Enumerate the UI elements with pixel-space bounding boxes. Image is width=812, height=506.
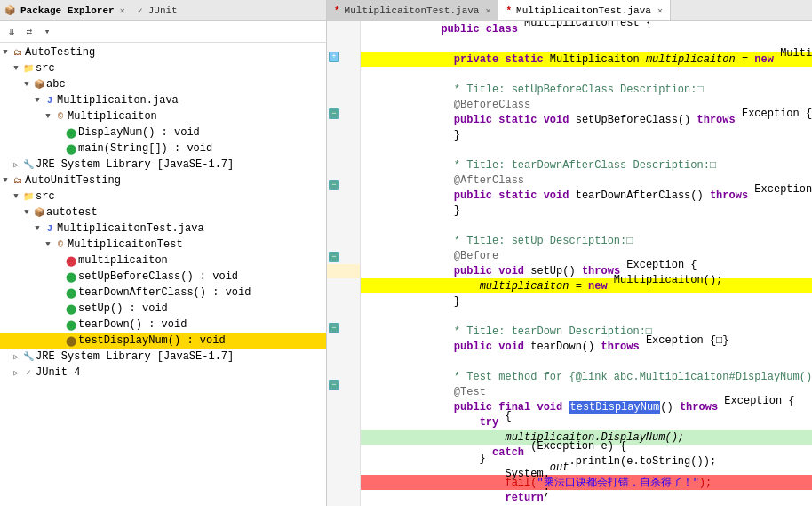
- tree-label: Multiplicaiton: [68, 110, 157, 123]
- comment: * Test method for {@link abc.Multiplicai…: [454, 371, 812, 383]
- collapse-btn[interactable]: −: [329, 180, 339, 190]
- expand-icon[interactable]: ▼: [11, 64, 21, 73]
- tree-item[interactable]: ▼ 📁 src: [0, 60, 326, 76]
- tree-label: testDisplayNum() : void: [78, 334, 226, 347]
- keyword: private: [454, 53, 498, 66]
- gutter-line: [327, 278, 360, 293]
- tree-item[interactable]: ⬤ tearDownAfterClass() : void: [0, 285, 326, 301]
- tab-close-1[interactable]: ✕: [485, 5, 490, 16]
- annotation: @Before: [454, 250, 498, 262]
- tree-item[interactable]: ▼ © MultiplicaitonTest: [0, 237, 326, 253]
- expand-btn[interactable]: +: [329, 52, 339, 62]
- tree-label: JRE System Library [JavaSE-1.7]: [36, 158, 234, 171]
- expand-icon: [53, 336, 64, 345]
- tree-item[interactable]: ⬤ setUp() : void: [0, 301, 326, 317]
- link-editor-btn[interactable]: ⇄: [21, 24, 37, 40]
- jre-icon: 🔧: [21, 157, 36, 172]
- keyword: static: [505, 53, 543, 66]
- gutter-line: [327, 78, 360, 92]
- panel-close-icon[interactable]: ✕: [120, 5, 125, 16]
- method-icon: ⬤: [64, 285, 78, 300]
- keyword: new: [588, 280, 608, 293]
- expand-icon[interactable]: ▼: [0, 48, 11, 57]
- expand-icon[interactable]: ▼: [32, 96, 43, 105]
- tree-item[interactable]: ⬤ setUpBeforeClass() : void: [0, 269, 326, 285]
- method-icon: ⬤: [64, 301, 78, 316]
- keyword: throws: [680, 401, 718, 414]
- gutter-line: [327, 349, 360, 364]
- jre-icon: 🔧: [21, 349, 36, 364]
- collapse-btn[interactable]: −: [329, 380, 339, 390]
- tree-label: MultiplicaitonTest.java: [57, 222, 204, 235]
- keyword: public: [441, 23, 479, 36]
- tree-item[interactable]: ▼ 📁 src: [0, 189, 326, 205]
- gutter-line: [327, 478, 360, 492]
- tree-item[interactable]: ▷ 🔧 JRE System Library [JavaSE-1.7]: [0, 349, 326, 365]
- expand-icon: [53, 288, 64, 297]
- tree-item[interactable]: ▼ J MultiplicaitonTest.java: [0, 221, 326, 237]
- expand-icon[interactable]: ▼: [43, 112, 53, 121]
- tree-label: setUp() : void: [78, 302, 168, 315]
- tree-item[interactable]: ▼ 📦 autotest: [0, 205, 326, 221]
- expand-icon[interactable]: ▼: [0, 176, 11, 185]
- tree-item-selected[interactable]: ⬤ testDisplayNum() : void: [0, 333, 326, 349]
- gutter-line: [327, 307, 360, 321]
- panel-title: Package Explorer: [20, 5, 115, 16]
- expand-icon[interactable]: ▷: [11, 160, 21, 170]
- collapse-all-btn[interactable]: ⇊: [4, 24, 20, 40]
- gutter-line: [327, 235, 360, 249]
- expand-icon[interactable]: ▼: [11, 192, 21, 201]
- gutter-line: −: [327, 250, 360, 264]
- project-icon: 🗂: [11, 173, 25, 188]
- project-icon: 🗂: [11, 45, 25, 60]
- panel-header: 📦 Package Explorer ✕ ✓ JUnit: [0, 0, 326, 21]
- keyword: throws: [601, 341, 639, 353]
- package-icon: 📦: [32, 205, 46, 220]
- collapse-btn[interactable]: −: [329, 252, 339, 262]
- tree-item[interactable]: ▼ J Multiplicaiton.java: [0, 92, 326, 108]
- tree-label: multiplicaiton: [78, 254, 168, 267]
- gutter-line: [327, 192, 360, 206]
- tab-close-2[interactable]: ✕: [657, 5, 663, 16]
- tree-item[interactable]: ⬤ tearDown() : void: [0, 317, 326, 333]
- code-line: public class MultiplicaitonTest {: [361, 21, 812, 36]
- package-icon: 📦: [32, 77, 46, 92]
- gutter-line: [327, 121, 360, 135]
- tree-item[interactable]: ▼ 📦 abc: [0, 76, 326, 92]
- tree-item[interactable]: ▼ 🗂 AutoUnitTesting: [0, 173, 326, 189]
- expand-icon[interactable]: ▷: [11, 368, 21, 378]
- junit-tab-label[interactable]: JUnit: [148, 5, 178, 16]
- tree-item[interactable]: ⬤ main(String[]) : void: [0, 141, 326, 157]
- gutter-line: −: [327, 378, 360, 392]
- gutter-line: [327, 264, 360, 278]
- tree-item[interactable]: ▷ ✓ JUnit 4: [0, 365, 326, 381]
- gutter-line: [327, 492, 360, 506]
- tree-label: abc: [46, 78, 66, 91]
- keyword: void: [498, 341, 524, 353]
- editor-tab-1[interactable]: * MultiplicaitonTest.java ✕: [327, 0, 498, 20]
- java-icon: J: [43, 221, 57, 236]
- collapse-btn[interactable]: −: [329, 323, 339, 333]
- class-icon: ©: [53, 237, 68, 252]
- java-icon: J: [43, 93, 57, 108]
- code-line: }: [361, 293, 812, 309]
- tree-item[interactable]: ▼ © Multiplicaiton: [0, 108, 326, 124]
- expand-icon[interactable]: ▼: [21, 80, 32, 89]
- right-panel: * MultiplicaitonTest.java ✕ * Multiplica…: [327, 0, 812, 506]
- tree-item[interactable]: ⬤ multiplicaiton: [0, 253, 326, 269]
- view-menu-btn[interactable]: ▾: [39, 24, 55, 40]
- tree-item[interactable]: ▷ 🔧 JRE System Library [JavaSE-1.7]: [0, 157, 326, 173]
- gutter-line: [327, 149, 360, 164]
- editor-tab-2[interactable]: * MultiplicaitonTest.java ✕: [498, 0, 670, 20]
- italic-text: multiplicaiton: [646, 53, 736, 66]
- expand-icon[interactable]: ▼: [43, 240, 53, 249]
- src-icon: 📁: [21, 189, 36, 204]
- expand-icon[interactable]: ▼: [21, 208, 32, 217]
- gutter-line: [327, 206, 360, 221]
- tree-item[interactable]: ▼ 🗂 AutoTesting: [0, 44, 326, 60]
- tree-item[interactable]: ⬤ DisplayNum() : void: [0, 124, 326, 141]
- expand-icon[interactable]: ▼: [32, 224, 43, 233]
- expand-icon[interactable]: ▷: [11, 352, 21, 362]
- keyword: void: [544, 114, 569, 126]
- collapse-btn[interactable]: −: [329, 108, 339, 119]
